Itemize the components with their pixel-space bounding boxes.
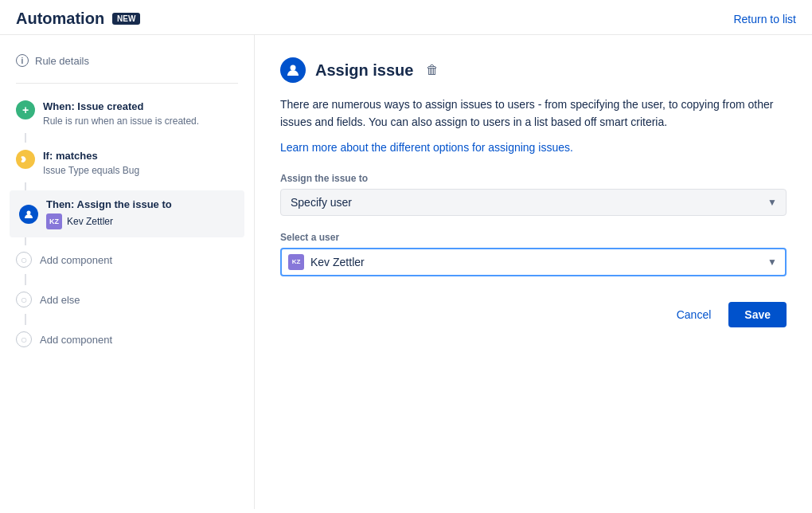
- add-else-circle-icon: ○: [16, 292, 32, 307]
- assign-issue-label: Assign the issue to: [280, 173, 787, 184]
- main-layout: i Rule details + When: Issue created Rul…: [0, 35, 812, 509]
- learn-more-link[interactable]: Learn more about the different options f…: [280, 141, 573, 154]
- svg-point-6: [27, 210, 31, 214]
- page-header: Automation NEW Return to list: [0, 0, 812, 35]
- assign-dropdown-wrapper: Specify user Copy from issue From list (…: [280, 189, 787, 216]
- sidebar-item-rule-details[interactable]: i Rule details: [0, 48, 254, 73]
- add-component-label: Add component: [40, 254, 112, 266]
- form-actions: Cancel Save: [280, 302, 787, 327]
- return-to-list-link[interactable]: Return to list: [733, 13, 796, 25]
- sidebar-item-when[interactable]: + When: Issue created Rule is run when a…: [0, 93, 254, 133]
- action-header: Assign issue 🗑: [280, 57, 787, 83]
- add-component-bottom-button[interactable]: ○ Add component: [0, 325, 254, 354]
- when-icon: +: [16, 100, 35, 119]
- add-else-label: Add else: [40, 294, 80, 306]
- divider: [16, 83, 238, 84]
- sidebar-item-then[interactable]: Then: Assign the issue to KZ Kev Zettler: [10, 192, 244, 236]
- user-avatar: KZ: [46, 213, 62, 229]
- when-label: When: Issue created: [43, 100, 238, 114]
- description-text: There are numerous ways to assign issues…: [280, 96, 787, 131]
- save-button[interactable]: Save: [728, 302, 787, 327]
- header-left: Automation NEW: [16, 10, 140, 28]
- sidebar: i Rule details + When: Issue created Rul…: [0, 35, 255, 509]
- then-user: KZ Kev Zettler: [46, 213, 235, 229]
- if-sublabel: Issue Type equals Bug: [43, 165, 238, 176]
- then-label: Then: Assign the issue to: [46, 198, 235, 210]
- user-select-wrapper: KZ Kev Zettler ▼: [280, 248, 787, 276]
- if-label: If: matches: [43, 149, 238, 163]
- rule-details-label: Rule details: [35, 55, 89, 67]
- when-content: When: Issue created Rule is run when an …: [43, 100, 238, 127]
- connector-line-3: [25, 237, 26, 245]
- action-title: Assign issue: [315, 61, 413, 80]
- user-select-dropdown[interactable]: Kev Zettler: [280, 248, 787, 276]
- then-block[interactable]: Then: Assign the issue to KZ Kev Zettler: [10, 190, 244, 237]
- trash-icon[interactable]: 🗑: [426, 63, 439, 77]
- main-content: Assign issue 🗑 There are numerous ways t…: [255, 35, 812, 509]
- if-content: If: matches Issue Type equals Bug: [43, 149, 238, 176]
- svg-point-7: [291, 65, 296, 71]
- connector-line-1: [25, 133, 26, 143]
- add-component-button[interactable]: ○ Add component: [0, 245, 254, 274]
- when-sublabel: Rule is run when an issue is created.: [43, 116, 238, 127]
- cancel-button[interactable]: Cancel: [667, 303, 721, 326]
- add-circle-bottom-icon: ○: [16, 331, 32, 347]
- add-component-bottom-label: Add component: [40, 334, 112, 346]
- page-title: Automation: [16, 10, 104, 28]
- form-section: Assign the issue to Specify user Copy fr…: [280, 173, 787, 276]
- connector-line-4: [25, 274, 26, 285]
- info-icon: i: [16, 54, 29, 67]
- connector-line-5: [25, 314, 26, 325]
- then-icon: [19, 205, 38, 224]
- then-content: Then: Assign the issue to KZ Kev Zettler: [46, 198, 235, 229]
- user-name: Kev Zettler: [67, 216, 113, 227]
- add-circle-icon: ○: [16, 252, 32, 268]
- select-user-label: Select a user: [280, 232, 787, 243]
- add-else-button[interactable]: ○ Add else: [0, 285, 254, 314]
- new-badge: NEW: [112, 13, 140, 25]
- connector-line-2: [25, 182, 26, 190]
- assign-dropdown[interactable]: Specify user Copy from issue From list (…: [280, 189, 787, 216]
- sidebar-item-if[interactable]: If: matches Issue Type equals Bug: [0, 143, 254, 182]
- if-icon: [16, 150, 35, 169]
- assign-icon: [280, 57, 306, 83]
